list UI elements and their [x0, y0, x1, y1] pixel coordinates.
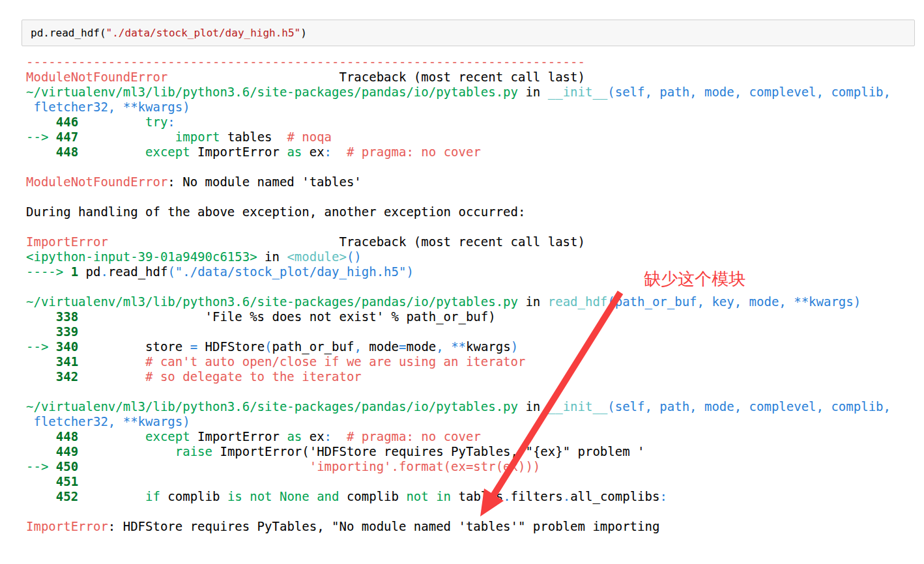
code-token: try: [145, 115, 167, 129]
code-token: 447: [56, 130, 78, 144]
code-token: Traceback (most recent call last): [167, 70, 585, 84]
code-token: 338: [26, 309, 78, 324]
code-token: ex: [302, 145, 324, 159]
code-token: (): [347, 249, 362, 264]
traceback-line: [26, 279, 920, 294]
code-token: ModuleNotFoundError: [26, 175, 167, 189]
code-token: , **: [436, 339, 466, 354]
code-token: -->: [26, 130, 56, 144]
code-token: tables: [451, 489, 503, 503]
code-token: Traceback (most recent call last): [108, 234, 585, 249]
code-token: fletcher32, **kwargs): [26, 100, 190, 114]
code-token: # pragma: no cover: [347, 429, 481, 444]
code-token: except: [145, 429, 190, 444]
traceback-line: --> 340 store = HDFStore(path_or_buf, mo…: [26, 339, 920, 354]
traceback-line: 448 except ImportError as ex: # pragma: …: [26, 429, 920, 444]
error-traceback-output: ----------------------------------------…: [26, 55, 920, 534]
traceback-line: fletcher32, **kwargs): [26, 100, 920, 115]
traceback-line: [26, 160, 920, 175]
traceback-line: ImportError: HDFStore requires PyTables,…: [26, 519, 920, 534]
code-token: 446: [26, 115, 78, 129]
code-token: [78, 115, 145, 129]
code-token: __init__: [548, 85, 608, 99]
annotation-text: 缺少这个模块: [644, 268, 745, 290]
code-token: ImportError: [190, 429, 287, 444]
code-token: (self, path, mode, complevel, complib,: [607, 399, 891, 414]
traceback-line: fletcher32, **kwargs): [26, 414, 920, 429]
code-token: During handling of the above exception, …: [26, 204, 525, 219]
code-token: 339: [26, 324, 78, 339]
code-token: store: [78, 339, 190, 354]
code-input-line[interactable]: pd.read_hdf("./data/stock_plot/day_high.…: [31, 26, 906, 40]
traceback-line: [26, 190, 920, 204]
code-token: ---->: [26, 264, 71, 279]
code-token: is not None and: [227, 489, 339, 503]
code-token: =: [190, 339, 197, 354]
code-token: :: [167, 115, 175, 129]
code-token: pd.read_hdf(: [31, 27, 106, 39]
code-token: # noqa: [287, 130, 332, 144]
code-token: ~/virtualenv/ml3/lib/python3.6/site-pack…: [26, 294, 518, 309]
code-token: 342: [26, 369, 78, 384]
code-token: :: [325, 429, 332, 444]
traceback-line: 446 try:: [26, 115, 920, 130]
traceback-line: 338 'File %s does not exist' % path_or_b…: [26, 309, 920, 324]
code-token: <ipython-input-39-01a9490c6153>: [26, 249, 257, 264]
code-token: 1: [71, 264, 78, 279]
code-token: 449: [26, 444, 78, 458]
traceback-line: <ipython-input-39-01a9490c6153> in <modu…: [26, 249, 920, 264]
traceback-line: ModuleNotFoundError: No module named 'ta…: [26, 175, 920, 190]
code-token: filters: [511, 489, 563, 503]
code-token: [78, 145, 145, 159]
code-token: (path_or_buf, key, mode, **kwargs): [607, 294, 861, 309]
traceback-line: 339: [26, 324, 920, 339]
code-token: as: [287, 145, 302, 159]
code-token: kwargs: [466, 339, 511, 354]
code-token: ModuleNotFoundError: [26, 70, 167, 84]
code-token: [78, 489, 145, 503]
code-token: tables: [220, 130, 287, 144]
traceback-line: [26, 504, 920, 519]
code-token: ~/virtualenv/ml3/lib/python3.6/site-pack…: [26, 399, 518, 414]
code-token: not in: [406, 489, 451, 503]
traceback-line: 342 # so delegate to the iterator: [26, 369, 920, 384]
traceback-line: ~/virtualenv/ml3/lib/python3.6/site-pack…: [26, 85, 920, 100]
code-token: [78, 130, 175, 144]
code-token: raise: [175, 444, 212, 458]
code-token: -->: [26, 459, 56, 473]
code-token: ImportError: [190, 145, 287, 159]
code-token: : HDFStore requires PyTables, "No module…: [108, 519, 659, 533]
traceback-line: --> 447 import tables # noqa: [26, 130, 920, 145]
traceback-line: 448 except ImportError as ex: # pragma: …: [26, 145, 920, 160]
code-token: 452: [26, 489, 78, 503]
traceback-line: ----> 1 pd.read_hdf("./data/stock_plot/d…: [26, 264, 920, 279]
code-token: mode: [407, 339, 437, 354]
code-token: :: [659, 489, 667, 503]
code-token: ex: [302, 429, 324, 444]
code-cell-input[interactable]: pd.read_hdf("./data/stock_plot/day_high.…: [22, 20, 915, 46]
code-token: [78, 429, 145, 444]
code-token: all_complibs: [570, 489, 659, 503]
code-token: # can't auto open/close if we are using …: [145, 354, 525, 369]
code-token: 'File %s does not exist' % path_or_buf): [78, 309, 496, 324]
traceback-line: 452 if complib is not None and complib n…: [26, 489, 920, 504]
code-token: except: [145, 145, 190, 159]
code-token: ): [511, 339, 518, 354]
traceback-line: --> 450 'importing'.format(ex=str(ex))): [26, 459, 920, 474]
code-token: __init__: [548, 399, 608, 414]
code-token: # pragma: no cover: [347, 145, 481, 159]
code-token: # so delegate to the iterator: [145, 369, 362, 384]
code-token: in: [518, 399, 548, 414]
code-token: -->: [26, 339, 56, 354]
code-token: <module>: [287, 249, 347, 264]
traceback-line: ----------------------------------------…: [26, 55, 920, 70]
traceback-line: 341 # can't auto open/close if we are us…: [26, 354, 920, 369]
code-token: HDFStore: [197, 339, 265, 354]
traceback-line: ImportError Traceback (most recent call …: [26, 234, 920, 249]
code-token: [332, 145, 347, 159]
code-token: ImportError('HDFStore requires PyTables,…: [212, 444, 644, 458]
code-token: read_hdf: [548, 294, 608, 309]
code-token: [78, 354, 145, 369]
code-token: 448: [26, 145, 78, 159]
code-token: :: [325, 145, 332, 159]
